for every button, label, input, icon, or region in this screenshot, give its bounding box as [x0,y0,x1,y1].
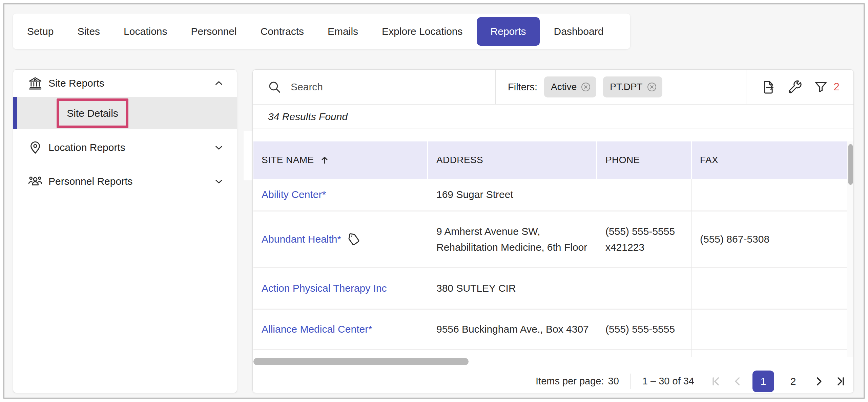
remove-filter-icon[interactable] [580,81,592,93]
tab-emails[interactable]: Emails [328,26,358,37]
sidebar-item-site-reports[interactable]: Site Reports [13,70,237,97]
table-row-cell-phone [597,268,692,310]
reports-sidebar: Site Reports Site Details Loca [13,69,237,393]
people-icon [27,173,44,189]
page-button-1[interactable]: 1 [752,371,774,392]
page-controls: 1 2 [709,371,847,392]
sidebar-item-label: Location Reports [48,142,125,153]
column-header-site-name[interactable]: SITE NAME [253,141,428,179]
search-area [253,70,496,104]
sites-table: SITE NAME ADDRESS PHONE FAX Ability Cent… [253,141,847,357]
scroll-notch [244,131,253,180]
partial-row-cell [253,350,428,357]
sidebar-item-label[interactable]: Site Details [67,108,118,119]
table-row-cell-site-name: Action Physical Therapy Inc [253,268,428,310]
footer-divider [631,374,631,389]
filter-chip-active[interactable]: Active [544,76,596,97]
top-nav-bar: Setup Sites Locations Personnel Contract… [13,14,630,49]
table-row-cell-address: 9 Amherst Avenue SW, Rehabilitation Medi… [428,211,597,268]
column-header-fax[interactable]: FAX [692,141,847,179]
table-row-cell-fax [692,179,847,211]
search-icon [267,80,282,94]
previous-page-icon[interactable] [731,375,744,388]
tab-locations[interactable]: Locations [124,26,167,37]
tab-dashboard[interactable]: Dashboard [554,26,604,37]
table-row-cell-site-name: Ability Center* [253,179,428,211]
chevron-down-icon[interactable] [213,176,225,187]
table-row-cell-fax [692,268,847,310]
last-page-icon[interactable] [834,375,847,388]
tag-icon [346,231,363,248]
app-screen: Setup Sites Locations Personnel Contract… [0,0,868,402]
vertical-scrollbar-thumb[interactable] [848,144,853,185]
sidebar-item-label: Site Reports [48,77,104,89]
table-row-cell-phone [597,179,692,211]
column-header-phone[interactable]: PHONE [597,141,692,179]
export-icon[interactable] [760,79,777,95]
partial-row-cell [692,350,847,357]
tab-contracts[interactable]: Contracts [261,26,304,37]
tab-personnel[interactable]: Personnel [191,26,237,37]
sidebar-item-label: Personnel Reports [48,176,132,187]
column-header-address[interactable]: ADDRESS [428,141,597,179]
filter-chip-ptdpt[interactable]: PT.DPT [603,76,662,97]
tab-sites[interactable]: Sites [77,26,100,37]
bank-icon [27,75,44,91]
sidebar-item-personnel-reports[interactable]: Personnel Reports [13,166,237,197]
partial-row-cell [597,350,692,357]
active-filter-count-badge: 2 [833,81,839,93]
site-link[interactable]: Alliance Medical Center* [262,321,372,337]
partial-row-cell [428,350,597,357]
search-input[interactable] [291,81,453,93]
tab-reports-active[interactable]: Reports [477,17,540,46]
sort-ascending-icon [319,154,330,166]
annotation-highlight-box: Site Details [57,98,128,128]
results-summary-row: 34 Results Found [253,105,853,129]
table-row-cell-site-name: Abundant Health* [253,211,428,268]
table-row-cell-phone: (555) 555-5555 [597,310,692,350]
toolbar-actions: 2 [746,70,853,104]
vertical-scrollbar[interactable] [847,141,854,357]
page-background: Setup Sites Locations Personnel Contract… [3,3,865,399]
items-per-page-value[interactable]: 30 [608,376,619,387]
table-row-cell-site-name: Alliance Medical Center* [253,310,428,350]
site-link[interactable]: Action Physical Therapy Inc [262,281,387,296]
filters-label: Filters: [508,82,537,93]
next-page-icon[interactable] [812,375,826,388]
chevron-down-icon[interactable] [213,142,225,153]
settings-wrench-icon[interactable] [787,79,803,95]
location-pin-icon [27,140,44,155]
page-button-2[interactable]: 2 [782,371,804,392]
site-link[interactable]: Abundant Health* [262,231,341,247]
chevron-up-icon[interactable] [213,77,225,89]
table-row-cell-fax [692,310,847,350]
table-toolbar: Filters: Active PT.DPT [253,70,853,105]
tab-setup[interactable]: Setup [27,26,54,37]
filter-funnel-icon[interactable] [813,79,829,95]
items-per-page-label: Items per page: [536,376,604,387]
remove-filter-icon[interactable] [646,81,658,93]
sidebar-item-site-details-selected[interactable]: Site Details [13,97,237,129]
table-row-cell-address: 380 SUTLEY CIR [428,268,597,310]
table-row-cell-address: 169 Sugar Street [428,179,597,211]
horizontal-scrollbar-thumb[interactable] [253,358,469,365]
pagination-bar: Items per page: 30 1 – 30 of 34 [253,369,853,393]
results-panel: Filters: Active PT.DPT [252,69,854,393]
tab-explore-locations[interactable]: Explore Locations [382,26,462,37]
table-row-cell-fax: (555) 867-5308 [692,211,847,268]
sidebar-item-location-reports[interactable]: Location Reports [13,132,237,163]
selected-indicator-bar [13,97,17,129]
results-count-text: 34 Results Found [268,111,348,122]
table-row-cell-phone: (555) 555-5555 x421223 [597,211,692,268]
first-page-icon[interactable] [709,375,723,388]
table-row-cell-address: 9556 Buckingham Ave., Box 4307 [428,310,597,350]
site-link[interactable]: Ability Center* [262,187,326,203]
horizontal-scrollbar[interactable] [253,358,847,365]
page-range-label: 1 – 30 of 34 [642,376,694,387]
filters-area: Filters: Active PT.DPT [496,70,746,104]
